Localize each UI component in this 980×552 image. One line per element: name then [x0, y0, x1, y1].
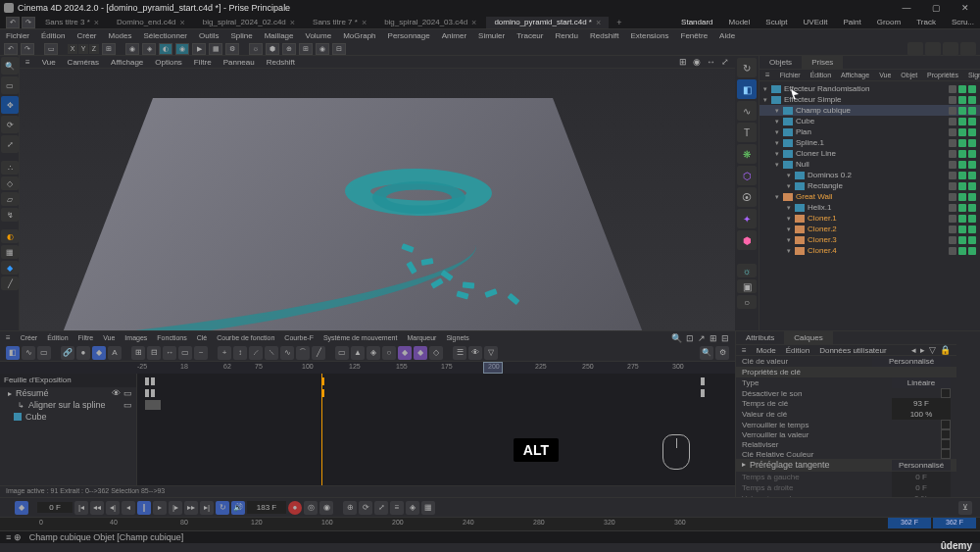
attr-filter-dropdown[interactable]: Personnalisé [872, 356, 951, 367]
tree-vis-dot[interactable] [958, 139, 966, 147]
tl-snap-icon[interactable]: ▭ [178, 346, 192, 360]
document-tab[interactable]: big_spiral_2024_03.c4d× [376, 17, 484, 28]
transport-settings-icon[interactable]: ⊻ [958, 501, 972, 515]
fcurve-mode-icon[interactable]: ∿ [22, 346, 35, 360]
history-icon[interactable]: ↻ [737, 58, 757, 77]
rotate-tool-icon[interactable]: ⟳ [1, 116, 19, 133]
tree-vis-dot[interactable] [968, 172, 976, 179]
tl-menu-item[interactable]: Édition [47, 334, 68, 341]
tab-takes[interactable]: Prises [802, 56, 843, 69]
tree-vis-dot[interactable] [968, 247, 976, 255]
obj-menu-item[interactable]: Objet [901, 72, 917, 78]
tree-vis-dot[interactable] [958, 193, 966, 201]
texture-mode-icon[interactable]: ▦ [1, 245, 19, 259]
tree-vis-dot[interactable] [949, 107, 956, 115]
loop-icon[interactable]: ↻ [216, 501, 229, 515]
attr-nav-back-icon[interactable]: ◂ [911, 345, 916, 355]
tl-menu-icon[interactable]: ↗ [698, 333, 706, 343]
menu-spline[interactable]: Spline [230, 31, 252, 40]
tab-close-icon[interactable]: × [94, 18, 99, 27]
tree-vis-dot[interactable] [949, 215, 956, 223]
tree-vis-dot[interactable] [958, 107, 966, 115]
go-start-icon[interactable]: |◂ [74, 501, 88, 515]
new-tab-button[interactable]: + [611, 18, 627, 27]
axis-mode-icon[interactable]: ↯ [1, 208, 19, 222]
attr-handle-icon[interactable]: ≡ [742, 346, 747, 355]
tree-expand-icon[interactable]: ▾ [787, 215, 795, 223]
layout4-icon[interactable] [960, 42, 976, 56]
menu-sélectionner[interactable]: Sélectionner [144, 31, 187, 40]
tool9-icon[interactable]: ⊟ [332, 43, 346, 55]
tree-vis-dot[interactable] [968, 182, 976, 190]
track-bars[interactable]: ALT [137, 374, 735, 485]
tab-close-icon[interactable]: × [362, 18, 367, 27]
tree-vis-dot[interactable] [968, 204, 976, 212]
attr-relative-checkbox[interactable] [941, 439, 951, 449]
tl-t1-icon[interactable]: ⟋ [249, 346, 263, 360]
tree-vis-dot[interactable] [968, 85, 976, 93]
tree-expand-icon[interactable]: ▾ [775, 193, 783, 201]
tl-move-icon[interactable]: ↕ [233, 346, 247, 360]
tree-vis-dot[interactable] [949, 150, 956, 158]
cube-primitive-icon[interactable]: ◧ [737, 79, 757, 99]
camera-icon[interactable]: ▣ [737, 279, 757, 293]
tree-vis-dot[interactable] [949, 247, 956, 255]
next-key-icon[interactable]: ▸▸ [184, 501, 198, 515]
tree-expand-icon[interactable]: ▾ [787, 204, 795, 212]
vp-menu-item[interactable]: Vue [42, 58, 56, 67]
tree-expand-icon[interactable]: ▾ [787, 226, 795, 233]
tree-row[interactable]: ▾Rectangle [760, 180, 980, 191]
tree-vis-dot[interactable] [958, 204, 966, 212]
mograph-icon[interactable]: ✦ [737, 209, 757, 228]
attr-disable-sound-checkbox[interactable] [941, 388, 951, 398]
search-icon[interactable]: 🔍 [1, 57, 19, 75]
vp-menu-item[interactable]: Panneau [223, 58, 255, 67]
select-rect-icon[interactable]: ▭ [44, 43, 58, 55]
tree-vis-dot[interactable] [949, 182, 956, 190]
tl-interp3-icon[interactable]: ◇ [429, 346, 443, 360]
tree-row[interactable]: ▾Cloner.4 [760, 245, 980, 256]
attr-section-tangent[interactable]: ▸ Préréglage tangentePersonnalisé [736, 459, 956, 472]
attr-menu-user[interactable]: Données utilisateur [819, 346, 886, 355]
brush-icon[interactable]: ╱ [1, 276, 19, 290]
obj-menu-item[interactable]: Signets [968, 72, 980, 78]
obj-menu-item[interactable]: Propriétés [927, 72, 958, 78]
tree-row[interactable]: ▾Null [760, 159, 980, 170]
redo-icon[interactable]: ↷ [21, 43, 34, 55]
tab-attributes[interactable]: Attributs [736, 331, 784, 344]
tree-vis-dot[interactable] [958, 150, 966, 158]
track-row-summary[interactable]: ▸ Résumé👁 ▭ [0, 387, 136, 399]
tl-frame-all-icon[interactable]: ⊞ [131, 346, 145, 360]
menu-outils[interactable]: Outils [199, 31, 219, 40]
tree-vis-dot[interactable] [949, 128, 956, 136]
generator-icon[interactable]: ❋ [737, 144, 757, 164]
tree-vis-dot[interactable] [949, 161, 956, 169]
tree-row[interactable]: ▾Effecteur Simple [760, 94, 980, 105]
tl-menu-icon[interactable]: 🔍 [671, 333, 682, 343]
attr-menu-mode[interactable]: Mode [757, 346, 776, 355]
attr-keytime-input[interactable]: 93 F [892, 398, 951, 409]
3d-viewport[interactable] [20, 69, 735, 330]
tl-k1-icon[interactable]: ◈ [367, 346, 380, 360]
obj-menu-item[interactable]: Vue [879, 72, 891, 78]
transport-ruler[interactable]: 362 F 362 F 04080120160200240280320360 [0, 517, 980, 530]
tree-vis-dot[interactable] [968, 96, 976, 104]
tree-vis-dot[interactable] [968, 161, 976, 169]
tree-row[interactable]: ▾Spline.1 [760, 137, 980, 148]
layout2-icon[interactable] [925, 42, 941, 56]
layout-tab[interactable]: Sculpt [765, 18, 787, 26]
pause-icon[interactable]: ‖ [137, 501, 151, 515]
tree-vis-dot[interactable] [958, 215, 966, 223]
tree-vis-dot[interactable] [968, 226, 976, 233]
tl-region-icon[interactable]: ▭ [335, 346, 349, 360]
tree-row[interactable]: ▾Plan [760, 126, 980, 137]
tool8-icon[interactable]: ◉ [316, 43, 329, 55]
attr-filter-icon[interactable]: ▽ [929, 345, 936, 355]
tl-menu-icon[interactable]: ⊞ [710, 333, 717, 343]
obj-menu-item[interactable]: Édition [810, 72, 831, 78]
menu-simuler[interactable]: Simuler [478, 31, 505, 40]
tree-vis-dot[interactable] [958, 85, 966, 93]
axis-z[interactable]: Z [89, 44, 99, 54]
tl-t2-icon[interactable]: ⟍ [265, 346, 278, 360]
tree-vis-dot[interactable] [949, 118, 956, 125]
